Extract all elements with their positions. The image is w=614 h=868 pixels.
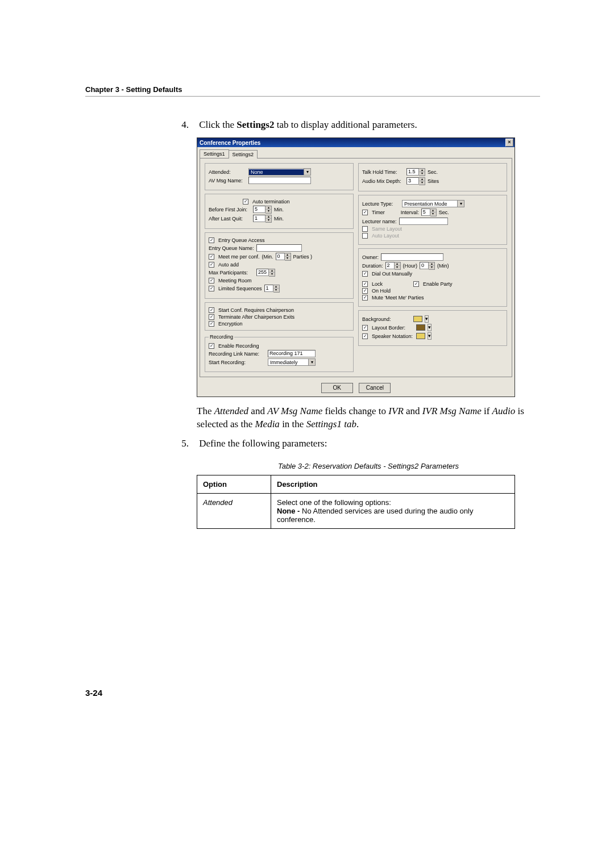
note-m: in the — [280, 419, 306, 429]
entry-queue-access-checkbox[interactable] — [209, 237, 214, 243]
terminate-after-chairperson-label: Terminate After Chairperson Exits — [218, 314, 294, 320]
before-first-join-spinner[interactable]: 5▴▾ — [253, 206, 272, 214]
group-entry-queue: Entry Queue Access Entry Queue Name: Mee… — [205, 232, 354, 299]
layout-border-checkbox[interactable] — [362, 325, 368, 331]
limited-sequences-spinner[interactable]: 1▴▾ — [264, 285, 280, 293]
lecture-type-select[interactable]: Presentation Mode▾ — [402, 200, 464, 207]
duration-min-spinner[interactable]: 0▴▾ — [420, 262, 435, 270]
encryption-checkbox[interactable] — [209, 321, 214, 327]
owner-input[interactable] — [381, 253, 443, 261]
recording-legend: Recording — [209, 334, 234, 340]
group-visuals: Background:▾ Layout Border:▾ Speaker Not… — [358, 310, 507, 346]
audio-mix-depth-value[interactable]: 3 — [406, 177, 419, 185]
spinner-buttons[interactable]: ▴▾ — [269, 269, 275, 277]
hour-unit: (Hour) — [403, 263, 418, 269]
spinner-buttons[interactable]: ▴▾ — [265, 215, 272, 223]
interval-spinner[interactable]: 5▴▾ — [421, 208, 437, 216]
before-min-unit: Min. — [274, 207, 284, 212]
max-participants-spinner[interactable]: 255▴▾ — [256, 269, 275, 277]
auto-termination-checkbox[interactable] — [243, 199, 248, 205]
attended-select[interactable]: None▾ — [248, 168, 311, 176]
spinner-buttons[interactable]: ▴▾ — [395, 262, 401, 270]
enable-recording-checkbox[interactable] — [209, 343, 214, 349]
background-color-swatch[interactable] — [413, 316, 422, 322]
dropdown-icon[interactable]: ▾ — [425, 315, 429, 323]
start-recording-select[interactable]: Immediately▾ — [268, 358, 316, 366]
lock-checkbox[interactable] — [362, 281, 368, 287]
max-participants-value[interactable]: 255 — [256, 269, 269, 276]
spinner-buttons[interactable]: ▴▾ — [285, 253, 291, 261]
entry-queue-name-label: Entry Queue Name: — [209, 245, 254, 251]
enable-party-checkbox[interactable] — [413, 281, 419, 287]
after-last-quit-value[interactable]: 1 — [253, 215, 265, 222]
talk-hold-time-spinner[interactable]: 1.5▴▾ — [406, 168, 425, 176]
spinner-buttons[interactable]: ▴▾ — [429, 262, 435, 270]
layout-border-label: Layout Border: — [372, 325, 414, 331]
mute-meet-me-checkbox[interactable] — [362, 295, 368, 301]
speaker-notation-label: Speaker Notation: — [372, 333, 414, 339]
spinner-buttons[interactable]: ▴▾ — [419, 168, 425, 176]
start-conf-chairperson-checkbox[interactable] — [209, 307, 214, 313]
dropdown-icon[interactable]: ▾ — [428, 332, 432, 340]
limited-sequences-value[interactable]: 1 — [264, 285, 273, 292]
group-chairperson: Start Conf. Requires Chairperson Termina… — [205, 302, 354, 331]
lecture-type-value: Presentation Mode — [403, 201, 457, 207]
tab-settings1[interactable]: Settings1 — [200, 149, 229, 158]
note-paragraph: The Attended and AV Msg Name fields chan… — [197, 405, 540, 431]
speaker-notation-color-swatch[interactable] — [416, 333, 425, 339]
after-last-quit-spinner[interactable]: 1▴▾ — [253, 215, 272, 223]
meeting-room-checkbox[interactable] — [209, 278, 214, 283]
on-hold-checkbox[interactable] — [362, 288, 368, 294]
spinner-buttons[interactable]: ▴▾ — [430, 208, 437, 216]
chapter-rule — [85, 96, 540, 97]
cancel-button[interactable]: Cancel — [359, 383, 391, 393]
layout-border-color-swatch[interactable] — [416, 324, 425, 331]
limited-sequences-checkbox[interactable] — [209, 286, 214, 291]
dropdown-icon[interactable]: ▾ — [457, 201, 464, 207]
timer-checkbox[interactable] — [362, 210, 368, 215]
terminate-after-chairperson-checkbox[interactable] — [209, 314, 214, 320]
talk-hold-time-value[interactable]: 1.5 — [406, 168, 419, 176]
group-audio: Talk Hold Time:1.5▴▾Sec. Audio Mix Depth… — [358, 163, 507, 191]
note-g: and — [404, 406, 422, 416]
interval-value[interactable]: 5 — [421, 208, 430, 216]
dropdown-icon[interactable]: ▾ — [304, 169, 310, 175]
speaker-notation-checkbox[interactable] — [362, 333, 368, 339]
meetme-per-conf-checkbox[interactable] — [209, 254, 214, 260]
interval-label: Interval: — [401, 210, 419, 215]
auto-add-checkbox[interactable] — [209, 262, 214, 268]
max-participants-label: Max Participants: — [209, 270, 254, 276]
before-first-join-label: Before First Join: — [209, 207, 251, 212]
min-parties-spinner[interactable]: 0▴▾ — [276, 253, 291, 261]
before-first-join-value[interactable]: 5 — [253, 206, 265, 213]
lecturer-name-input[interactable] — [399, 218, 448, 225]
min-parties-value[interactable]: 0 — [276, 253, 285, 260]
dropdown-icon[interactable]: ▾ — [308, 359, 315, 365]
ok-button[interactable]: OK — [321, 383, 353, 393]
close-icon[interactable]: × — [505, 139, 513, 147]
duration-min-value[interactable]: 0 — [420, 262, 429, 269]
title-bar[interactable]: Conference Properties × — [197, 138, 515, 147]
spinner-buttons[interactable]: ▴▾ — [419, 177, 425, 185]
duration-hour-value[interactable]: 2 — [385, 262, 395, 269]
meetme-per-conf-label: Meet me per conf. — [218, 254, 260, 260]
duration-hour-spinner[interactable]: 2▴▾ — [385, 262, 401, 270]
enable-recording-label: Enable Recording — [218, 343, 259, 349]
recording-link-name-input[interactable]: Recording 171 — [268, 350, 316, 357]
entry-queue-name-input[interactable] — [256, 244, 302, 252]
conference-properties-dialog: Conference Properties × Settings1 Settin… — [197, 137, 515, 397]
start-recording-label: Start Recording: — [209, 360, 265, 365]
note-media: Media — [255, 419, 279, 429]
table-caption: Table 3-2: Reservation Defaults - Settin… — [197, 462, 540, 470]
dial-out-manually-checkbox[interactable] — [362, 271, 368, 277]
spinner-buttons[interactable]: ▴▾ — [273, 285, 280, 293]
min-unit: (Min) — [437, 263, 449, 269]
dropdown-icon[interactable]: ▾ — [428, 324, 432, 331]
tab-settings2[interactable]: Settings2 — [229, 150, 258, 158]
avmsg-input[interactable] — [248, 177, 311, 184]
auto-layout-checkbox — [362, 233, 368, 239]
col-description-header: Description — [271, 475, 515, 493]
note-settings1: Settings1 tab — [306, 419, 356, 429]
audio-mix-depth-spinner[interactable]: 3▴▾ — [406, 177, 425, 185]
spinner-buttons[interactable]: ▴▾ — [265, 206, 272, 214]
